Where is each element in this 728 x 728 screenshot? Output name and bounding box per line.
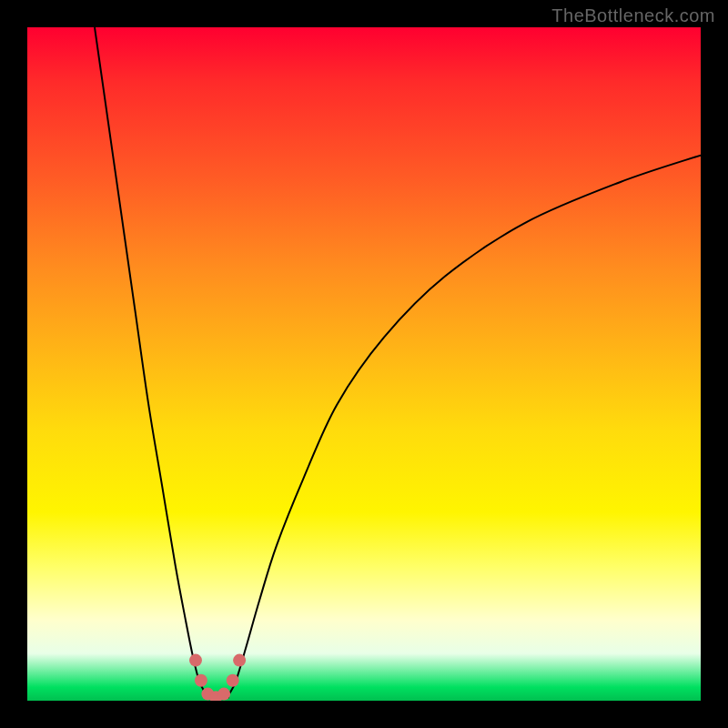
curve-right-branch <box>229 156 701 694</box>
watermark-text: TheBottleneck.com <box>551 5 715 26</box>
highlight-markers <box>189 654 246 701</box>
highlight-marker <box>189 654 202 667</box>
highlight-marker <box>195 674 207 687</box>
bottleneck-curve-chart <box>27 27 701 701</box>
highlight-marker <box>217 688 230 701</box>
highlight-marker <box>227 674 239 687</box>
highlight-marker <box>233 654 246 667</box>
curve-left-branch <box>95 27 206 694</box>
